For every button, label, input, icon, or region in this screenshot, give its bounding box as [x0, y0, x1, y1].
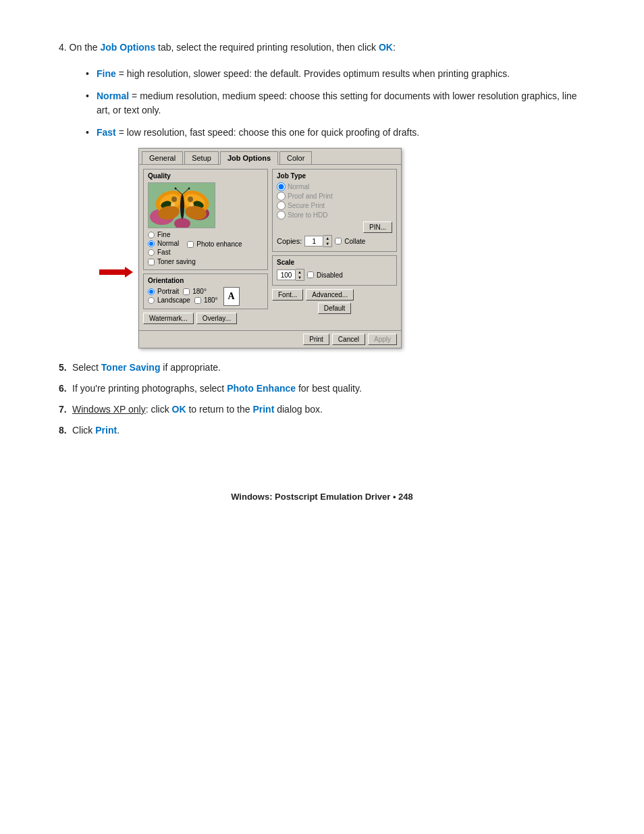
tab-color[interactable]: Color [279, 151, 312, 164]
apply-button[interactable]: Apply [368, 334, 397, 345]
job-type-normal-input[interactable] [277, 182, 286, 191]
svg-point-21 [190, 203, 194, 207]
photo-enhance-check[interactable]: Photo enhance [187, 240, 242, 248]
bullet-fine-keyword: Fine [97, 68, 116, 79]
tab-job-options[interactable]: Job Options [220, 151, 278, 165]
red-arrow-icon [99, 265, 133, 279]
scale-group-title: Scale [277, 259, 392, 266]
step-5-toner-saving: Toner Saving [101, 362, 161, 373]
tab-setup[interactable]: Setup [184, 151, 219, 164]
step-4-ok: OK [379, 42, 393, 53]
copies-row: Copies: ▲ ▼ Collate [277, 235, 392, 247]
footer: Windows: Postscript Emulation Driver • 2… [59, 492, 585, 502]
radio-normal-input[interactable] [148, 240, 155, 247]
step-7-text: Windows XP only: click OK to return to t… [72, 402, 585, 417]
radio-landscape-input[interactable] [148, 297, 155, 304]
portrait-180-label: 180° [192, 288, 207, 295]
orientation-left: Portrait 180° Landscape 180° [148, 288, 218, 305]
step-6-number: 6. [59, 382, 72, 396]
job-type-proof-input[interactable] [277, 192, 286, 201]
disabled-checkbox[interactable] [307, 271, 314, 278]
radio-landscape[interactable]: Landscape 180° [148, 296, 218, 304]
job-type-secure-input[interactable] [277, 201, 286, 210]
content-area: 4. On the Job Options tab, select the re… [59, 41, 585, 502]
radio-normal[interactable]: Normal [148, 240, 179, 247]
job-type-hdd-input[interactable] [277, 211, 286, 219]
collate-label: Collate [344, 238, 365, 245]
print-button[interactable]: Print [303, 334, 329, 345]
radio-fast-input[interactable] [148, 249, 155, 256]
scale-arrows: ▲ ▼ [296, 269, 304, 281]
svg-point-16 [175, 188, 177, 190]
radio-portrait[interactable]: Portrait 180° [148, 288, 218, 295]
radio-fine-label: Fine [157, 231, 170, 238]
default-button[interactable]: Default [318, 303, 352, 314]
landscape-180-check[interactable]: 180° [194, 296, 218, 304]
job-type-secure[interactable]: Secure Print [277, 201, 392, 210]
cancel-button[interactable]: Cancel [332, 334, 365, 345]
bullet-fast-text: = low resolution, fast speed: choose thi… [116, 127, 419, 138]
copies-spinbox[interactable]: ▲ ▼ [304, 235, 332, 247]
normal-row: Normal Photo enhance [148, 240, 263, 249]
step-4: 4. On the Job Options tab, select the re… [59, 41, 585, 55]
disabled-check[interactable]: Disabled [307, 271, 343, 279]
job-type-normal-label: Normal [288, 183, 309, 190]
bullet-fine-text: = high resolution, slower speed: the def… [116, 68, 510, 79]
landscape-180-checkbox[interactable] [194, 297, 201, 304]
advanced-button[interactable]: Advanced... [306, 289, 354, 301]
copies-down-arrow[interactable]: ▼ [323, 241, 331, 246]
step-4-number: 4. [59, 42, 67, 53]
step-6-text: If you're printing photographs, select P… [72, 382, 585, 396]
scale-up-arrow[interactable]: ▲ [296, 269, 304, 275]
step-8: 8. Click Print. [59, 423, 585, 438]
toner-saving-checkbox[interactable] [148, 259, 155, 265]
radio-fine[interactable]: Fine [148, 231, 263, 238]
font-button[interactable]: Font... [272, 289, 303, 301]
step-6-photo-enhance: Photo Enhance [227, 383, 296, 394]
right-bottom-buttons: Font... Advanced... Default [272, 289, 397, 314]
job-type-hdd[interactable]: Store to HDD [277, 211, 392, 219]
scale-spinbox[interactable]: ▲ ▼ [277, 269, 304, 281]
footer-text: Windows: Postscript Emulation Driver • 2… [231, 492, 413, 502]
portrait-180-check[interactable]: 180° [183, 288, 207, 295]
svg-point-19 [188, 197, 193, 202]
bullet-normal: Normal = medium resolution, medium speed… [86, 89, 585, 118]
svg-point-20 [171, 203, 175, 207]
collate-check[interactable]: Collate [335, 238, 365, 245]
step-4-colon: : [393, 42, 396, 53]
dialog-body: Quality [139, 165, 401, 330]
radio-normal-label: Normal [157, 240, 179, 247]
font-advanced-row: Font... Advanced... [272, 289, 397, 301]
orientation-group: Orientation Portrait 180° [143, 273, 268, 309]
job-type-proof[interactable]: Proof and Print [277, 192, 392, 201]
step-7-windows-xp: Windows XP only [72, 404, 146, 415]
step-4-text-mid: tab, select the required printing resolu… [155, 42, 379, 53]
step-7-print: Print [252, 404, 274, 415]
photo-enhance-label: Photo enhance [196, 240, 242, 248]
copies-input[interactable] [304, 236, 323, 246]
job-type-group: Job Type Normal Proof and Print Secure P… [272, 169, 397, 252]
portrait-180-checkbox[interactable] [183, 288, 190, 295]
collate-checkbox[interactable] [335, 238, 342, 244]
copies-up-arrow[interactable]: ▲ [323, 236, 331, 241]
radio-portrait-input[interactable] [148, 288, 155, 295]
watermark-button[interactable]: Watermark... [143, 313, 194, 324]
landscape-180-label: 180° [204, 296, 218, 304]
bottom-buttons-left: Watermark... Overlay... [143, 313, 268, 324]
arrow-container [99, 242, 133, 255]
photo-enhance-checkbox[interactable] [187, 241, 194, 248]
radio-fast[interactable]: Fast [148, 249, 263, 256]
job-type-normal[interactable]: Normal [277, 182, 392, 191]
butterfly-photo [148, 182, 215, 228]
scale-input[interactable] [277, 269, 296, 280]
pin-button[interactable]: PIN... [363, 221, 392, 233]
radio-fine-input[interactable] [148, 232, 155, 238]
toner-saving-check[interactable]: Toner saving [148, 258, 263, 265]
svg-point-17 [188, 188, 190, 190]
dialog-right-column: Job Type Normal Proof and Print Secure P… [272, 169, 397, 326]
job-type-secure-label: Secure Print [288, 202, 325, 209]
tab-general[interactable]: General [142, 151, 183, 164]
bullet-normal-keyword: Normal [97, 90, 129, 101]
overlay-button[interactable]: Overlay... [196, 313, 237, 324]
scale-down-arrow[interactable]: ▼ [296, 275, 304, 280]
